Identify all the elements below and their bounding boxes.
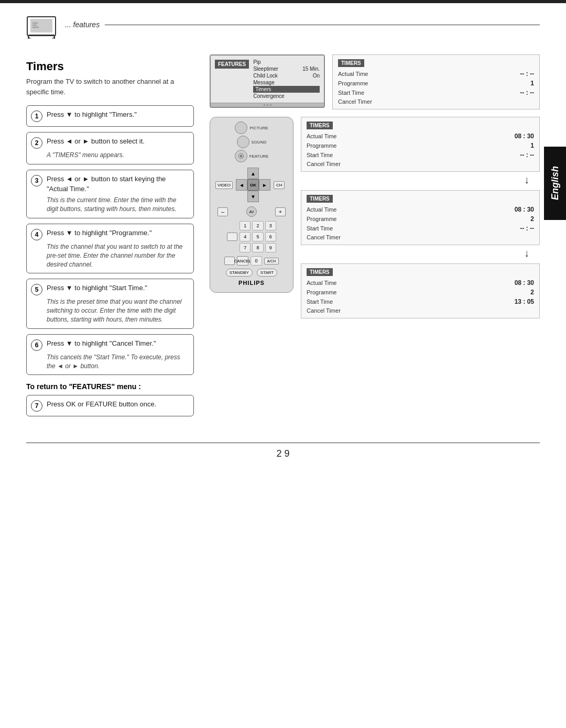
ch-btn[interactable]: CH xyxy=(274,181,285,189)
arrow-down-2: ↓ xyxy=(301,247,540,259)
dpad-left[interactable]: ◄ xyxy=(236,179,247,191)
return-title: To return to "FEATURES" menu : xyxy=(26,382,194,391)
arrow-down-1: ↓ xyxy=(301,174,540,186)
num-7[interactable]: 7 xyxy=(240,243,251,252)
timer-rows-2: Actual Time 08 : 30 Programme 1 Start Ti… xyxy=(307,133,534,167)
timers-badge-3: TIMERS xyxy=(307,195,333,203)
menu-item-pip: Pip xyxy=(253,59,320,65)
num-4[interactable]: 4 xyxy=(240,232,251,241)
section-title: Timers xyxy=(26,60,194,73)
num-3[interactable]: 3 xyxy=(265,221,276,230)
tv-screen-1: FEATURES Pip Sleeptimer 15 Min. xyxy=(210,54,325,108)
step-2-box: 2 Press ◄ or ► button to select it. A "T… xyxy=(26,132,194,164)
step-4-text: Press ▼ to highlight "Programme." xyxy=(47,228,152,238)
step-6-circle: 6 xyxy=(31,339,42,351)
menu-item-sleeptimer: Sleeptimer 15 Min. xyxy=(253,65,320,72)
timer-row-start-1: Start Time -- : -- xyxy=(338,89,534,96)
video-btn[interactable]: VIDEO xyxy=(215,181,233,189)
menu-items: Pip Sleeptimer 15 Min. Child Lock On xyxy=(249,59,320,100)
timer-row-actual-1: Actual Time -- : -- xyxy=(338,70,534,78)
timer-stack: TIMERS Actual Time 08 : 30 Programme 1 xyxy=(301,117,540,318)
english-label: English xyxy=(550,166,561,200)
step-6-box: 6 Press ▼ to highlight "Cancel Timer." T… xyxy=(26,334,194,376)
svg-rect-1 xyxy=(30,19,52,32)
step-5-text: Press ▼ to highlight "Start Time." xyxy=(47,283,147,293)
svg-rect-2 xyxy=(28,35,55,36)
timers-badge-2: TIMERS xyxy=(307,122,333,129)
num-8[interactable]: 8 xyxy=(252,243,263,252)
left-col: Timers Program the TV to switch to anoth… xyxy=(26,54,204,422)
extra-btn-1[interactable] xyxy=(227,233,237,241)
standby-btn[interactable]: STANDBY xyxy=(226,269,253,277)
page-container: English ... features xyxy=(0,0,566,728)
tv-icon xyxy=(26,15,57,39)
timer-row-programme-3: Programme 2 xyxy=(307,215,534,223)
timer-row-cancel-3: Cancel Timer xyxy=(307,234,534,240)
step-6-subtext: This cancels the "Start Time." To execut… xyxy=(47,353,188,371)
start-btn[interactable]: START xyxy=(257,269,277,277)
right-col: FEATURES Pip Sleeptimer 15 Min. xyxy=(204,54,540,422)
num-2[interactable]: 2 xyxy=(252,221,263,230)
step-2-text: Press ◄ or ► button to select it. xyxy=(47,137,145,147)
bottom-bar: 2 9 xyxy=(26,443,540,459)
step-5-circle: 5 xyxy=(31,284,42,295)
timers-badge-1: TIMERS xyxy=(338,59,364,67)
step-3-circle: 3 xyxy=(31,175,42,186)
num-6[interactable]: 6 xyxy=(265,232,276,241)
step-7-box: 7 Press OK or FEATURE button once. xyxy=(26,395,194,416)
timer-rows-4: Actual Time 08 : 30 Programme 2 Start Ti… xyxy=(307,279,534,314)
timer-rows-3: Actual Time 08 : 30 Programme 2 Start Ti… xyxy=(307,206,534,240)
features-badge: FEATURES xyxy=(215,60,249,69)
num-0[interactable]: 0 xyxy=(251,256,262,266)
remote-section: PICTURE SOUND xyxy=(210,117,540,318)
sound-btn[interactable] xyxy=(237,136,249,148)
timer-row-actual-2: Actual Time 08 : 30 xyxy=(307,133,534,140)
section-desc: Program the TV to switch to another chan… xyxy=(26,76,194,97)
feature-btn[interactable] xyxy=(235,150,247,162)
menu-item-timers: Timers xyxy=(253,86,320,93)
screen-section-1: FEATURES Pip Sleeptimer 15 Min. xyxy=(210,54,540,109)
num-1[interactable]: 1 xyxy=(240,221,251,230)
plus-btn[interactable]: + xyxy=(275,207,286,216)
av-circle-btn[interactable]: AV xyxy=(246,206,257,217)
timer-row-programme-4: Programme 2 xyxy=(307,289,534,296)
timer-row-programme-1: Programme 1 xyxy=(338,80,534,87)
tv-base-1 xyxy=(211,103,324,107)
features-line: ... features xyxy=(65,13,540,29)
dpad-up[interactable]: ▲ xyxy=(247,168,259,179)
step-1-circle: 1 xyxy=(31,111,42,122)
remote-bottom-row: STANDBY START xyxy=(215,269,288,277)
timer-row-actual-4: Actual Time 08 : 30 xyxy=(307,279,534,286)
timer-row-start-4: Start Time 13 : 05 xyxy=(307,298,534,305)
dpad-down[interactable]: ▼ xyxy=(247,191,259,202)
ok-btn[interactable]: OK xyxy=(247,179,259,191)
timer-row-cancel-4: Cancel Timer xyxy=(307,307,534,314)
step-7-circle: 7 xyxy=(31,400,42,412)
timer-row-actual-3: Actual Time 08 : 30 xyxy=(307,206,534,213)
timer-rows-1: Actual Time -- : -- Programme 1 Start Ti… xyxy=(338,70,534,105)
extra-btn-2[interactable] xyxy=(224,257,235,265)
num-5[interactable]: 5 xyxy=(252,232,263,241)
dpad-right[interactable]: ► xyxy=(259,179,270,191)
features-text: ... features xyxy=(65,20,100,29)
step-3-subtext: This is the current time. Enter the time… xyxy=(47,196,188,214)
feature-label: FEATURE xyxy=(249,154,269,159)
english-tab: English xyxy=(544,147,566,220)
timer-row-start-3: Start Time -- : -- xyxy=(307,225,534,232)
page-number: 2 9 xyxy=(276,448,289,459)
picture-btn[interactable] xyxy=(235,122,247,134)
step-4-box: 4 Press ▼ to highlight "Programme." This… xyxy=(26,224,194,273)
step-4-circle: 4 xyxy=(31,229,42,240)
step-5-subtext: This is the preset time that you want th… xyxy=(47,297,188,324)
minus-btn[interactable]: – xyxy=(217,207,228,216)
timer-panel-1: TIMERS Actual Time -- : -- Programme 1 S… xyxy=(332,54,540,109)
cancel-btn[interactable]: CANCEL xyxy=(237,256,248,266)
num-9[interactable]: 9 xyxy=(265,243,276,252)
step-2-subtext: A "TIMERS" menu appears. xyxy=(47,151,188,160)
auch-btn[interactable]: A/CH xyxy=(264,258,279,264)
svg-point-10 xyxy=(240,155,242,157)
menu-item-childlock: Child Lock On xyxy=(253,72,320,79)
remote-control: PICTURE SOUND xyxy=(210,117,293,293)
step-1-box: 1 Press ▼ to highlight "Timers." xyxy=(26,105,194,127)
step-3-box: 3 Press ◄ or ► button to start keying th… xyxy=(26,170,194,218)
